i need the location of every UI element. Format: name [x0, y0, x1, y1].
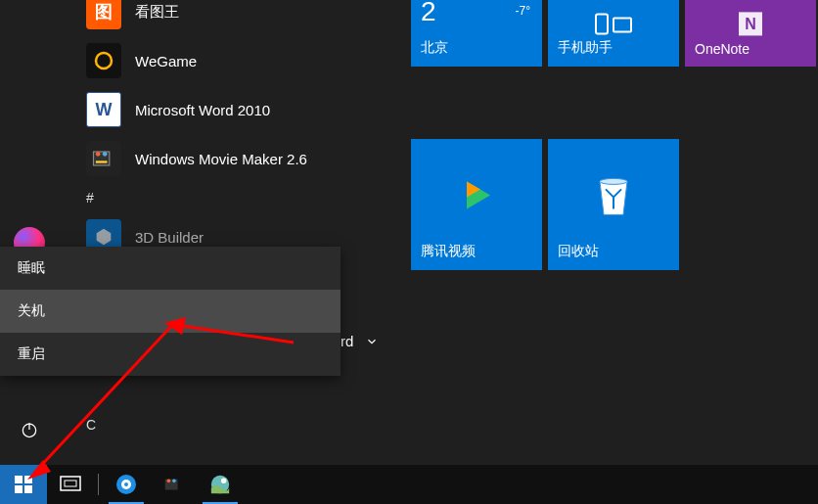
- browser-icon: [114, 473, 138, 496]
- svg-rect-17: [65, 481, 76, 486]
- taskbar-separator: [98, 474, 99, 495]
- weather-temp: 2: [421, 0, 436, 27]
- app-label: Microsoft Word 2010: [135, 102, 270, 118]
- taskbar-app-browser[interactable]: [103, 465, 150, 504]
- svg-point-5: [103, 152, 108, 157]
- power-shutdown[interactable]: 关机: [0, 290, 341, 333]
- svg-point-2: [96, 53, 112, 69]
- svg-point-11: [600, 178, 627, 184]
- svg-point-22: [167, 480, 171, 483]
- recycle-label: 回收站: [558, 243, 669, 260]
- moviemaker-icon: [162, 474, 184, 495]
- recycle-icon: [590, 171, 637, 218]
- weather-city: 北京: [421, 39, 532, 57]
- svg-rect-7: [596, 14, 608, 33]
- tile-recycle[interactable]: 回收站: [548, 139, 679, 270]
- svg-rect-16: [61, 477, 80, 490]
- svg-rect-14: [15, 485, 23, 493]
- start-button[interactable]: [0, 465, 47, 504]
- video-icon: [453, 171, 500, 218]
- app-list: 图 看图王 WeGame W Microsoft Word 2010 Windo…: [59, 0, 401, 465]
- power-restart-label: 重启: [18, 345, 45, 363]
- app-label: 看图王: [135, 3, 179, 22]
- app-item-kantu[interactable]: 图 看图王: [59, 0, 401, 33]
- app-label: Windows Movie Maker 2.6: [135, 151, 307, 167]
- app-item-moviemaker[interactable]: Windows Movie Maker 2.6: [59, 137, 401, 180]
- tile-phone[interactable]: 手机助手: [548, 0, 679, 67]
- svg-point-25: [221, 479, 227, 484]
- kantu-icon: 图: [86, 0, 121, 29]
- svg-rect-12: [15, 476, 23, 483]
- power-button[interactable]: [6, 406, 53, 453]
- app-label: 3D Builder: [135, 229, 204, 246]
- taskview-icon: [60, 476, 81, 493]
- letter-header-c[interactable]: C: [59, 407, 401, 442]
- svg-point-23: [172, 480, 176, 483]
- svg-rect-13: [24, 476, 32, 483]
- svg-text:N: N: [745, 16, 756, 32]
- svg-rect-8: [614, 18, 631, 31]
- svg-rect-15: [24, 485, 32, 493]
- power-context-menu: 睡眠 关机 重启: [0, 247, 341, 376]
- wegame-icon: [86, 43, 121, 78]
- taskbar-app-moviemaker[interactable]: [150, 465, 197, 504]
- windows-icon: [15, 476, 32, 493]
- power-sleep[interactable]: 睡眠: [0, 247, 341, 290]
- power-sleep-label: 睡眠: [18, 259, 45, 277]
- letter-header-hash[interactable]: #: [59, 180, 401, 215]
- word-icon: W: [86, 92, 121, 127]
- moviemaker-icon: [86, 141, 121, 176]
- taskbar: [0, 465, 818, 504]
- photos-icon: [209, 474, 231, 495]
- power-icon: [20, 420, 39, 439]
- start-rail: [0, 0, 59, 465]
- app-item-word[interactable]: W Microsoft Word 2010: [59, 88, 401, 131]
- start-menu: 图 看图王 WeGame W Microsoft Word 2010 Windo…: [0, 0, 401, 465]
- svg-point-20: [124, 482, 128, 486]
- phone-icon: [590, 0, 637, 47]
- power-restart[interactable]: 重启: [0, 333, 341, 376]
- chevron-down-icon: [365, 335, 379, 348]
- onenote-icon: N: [727, 0, 774, 47]
- tile-video[interactable]: 腾讯视频: [411, 139, 542, 270]
- tile-weather[interactable]: 2 -7° 北京: [411, 0, 542, 67]
- taskbar-app-photos[interactable]: [197, 465, 244, 504]
- app-item-wegame[interactable]: WeGame: [59, 39, 401, 82]
- power-shutdown-label: 关机: [18, 302, 45, 320]
- video-label: 腾讯视频: [421, 243, 532, 260]
- app-label: WeGame: [135, 53, 197, 69]
- svg-point-4: [96, 152, 101, 157]
- start-tiles: 2 -7° 北京 手机助手 N OneNote 腾讯视频: [401, 0, 818, 465]
- partial-text: rd: [341, 333, 353, 349]
- weather-low: -7°: [516, 4, 530, 18]
- svg-rect-6: [96, 160, 108, 162]
- tile-onenote[interactable]: N OneNote: [685, 0, 816, 67]
- taskview-button[interactable]: [47, 465, 94, 504]
